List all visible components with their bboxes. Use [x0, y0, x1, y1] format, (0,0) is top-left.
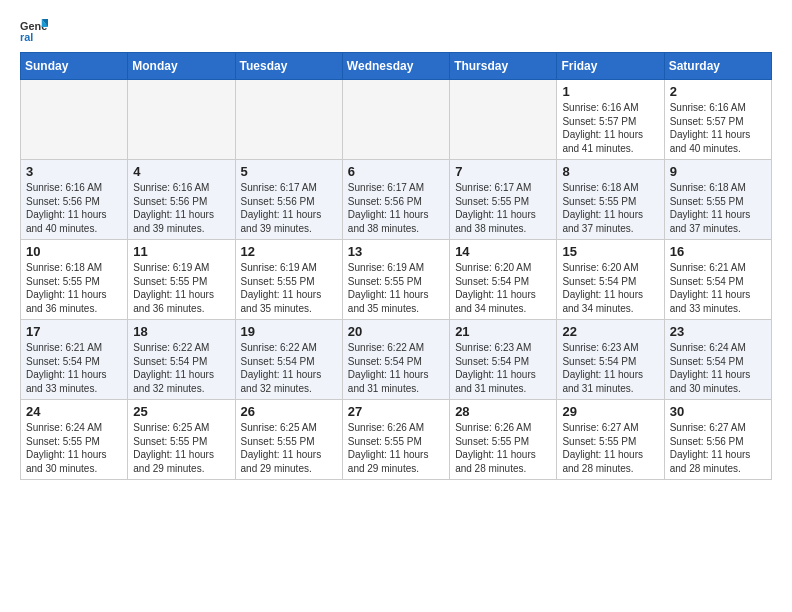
- day-cell: 7Sunrise: 6:17 AM Sunset: 5:55 PM Daylig…: [450, 160, 557, 240]
- calendar-table: SundayMondayTuesdayWednesdayThursdayFrid…: [20, 52, 772, 480]
- day-number: 1: [562, 84, 658, 99]
- day-cell: 9Sunrise: 6:18 AM Sunset: 5:55 PM Daylig…: [664, 160, 771, 240]
- week-row-3: 10Sunrise: 6:18 AM Sunset: 5:55 PM Dayli…: [21, 240, 772, 320]
- weekday-header-row: SundayMondayTuesdayWednesdayThursdayFrid…: [21, 53, 772, 80]
- day-info: Sunrise: 6:22 AM Sunset: 5:54 PM Dayligh…: [241, 341, 337, 395]
- day-number: 25: [133, 404, 229, 419]
- weekday-header-tuesday: Tuesday: [235, 53, 342, 80]
- logo-icon: Gene ral: [20, 16, 48, 44]
- day-cell: 3Sunrise: 6:16 AM Sunset: 5:56 PM Daylig…: [21, 160, 128, 240]
- day-cell: 17Sunrise: 6:21 AM Sunset: 5:54 PM Dayli…: [21, 320, 128, 400]
- day-info: Sunrise: 6:16 AM Sunset: 5:56 PM Dayligh…: [133, 181, 229, 235]
- day-number: 4: [133, 164, 229, 179]
- day-cell: 18Sunrise: 6:22 AM Sunset: 5:54 PM Dayli…: [128, 320, 235, 400]
- day-info: Sunrise: 6:17 AM Sunset: 5:55 PM Dayligh…: [455, 181, 551, 235]
- day-info: Sunrise: 6:20 AM Sunset: 5:54 PM Dayligh…: [455, 261, 551, 315]
- day-number: 5: [241, 164, 337, 179]
- day-number: 10: [26, 244, 122, 259]
- day-number: 14: [455, 244, 551, 259]
- day-number: 9: [670, 164, 766, 179]
- day-cell: 4Sunrise: 6:16 AM Sunset: 5:56 PM Daylig…: [128, 160, 235, 240]
- day-number: 12: [241, 244, 337, 259]
- day-number: 28: [455, 404, 551, 419]
- day-info: Sunrise: 6:18 AM Sunset: 5:55 PM Dayligh…: [562, 181, 658, 235]
- day-number: 15: [562, 244, 658, 259]
- day-number: 21: [455, 324, 551, 339]
- day-info: Sunrise: 6:19 AM Sunset: 5:55 PM Dayligh…: [241, 261, 337, 315]
- calendar-container: SundayMondayTuesdayWednesdayThursdayFrid…: [20, 52, 772, 480]
- day-info: Sunrise: 6:21 AM Sunset: 5:54 PM Dayligh…: [26, 341, 122, 395]
- day-info: Sunrise: 6:19 AM Sunset: 5:55 PM Dayligh…: [348, 261, 444, 315]
- day-number: 17: [26, 324, 122, 339]
- day-info: Sunrise: 6:19 AM Sunset: 5:55 PM Dayligh…: [133, 261, 229, 315]
- day-cell: 30Sunrise: 6:27 AM Sunset: 5:56 PM Dayli…: [664, 400, 771, 480]
- day-info: Sunrise: 6:22 AM Sunset: 5:54 PM Dayligh…: [348, 341, 444, 395]
- day-cell: 27Sunrise: 6:26 AM Sunset: 5:55 PM Dayli…: [342, 400, 449, 480]
- day-cell: 6Sunrise: 6:17 AM Sunset: 5:56 PM Daylig…: [342, 160, 449, 240]
- day-info: Sunrise: 6:16 AM Sunset: 5:56 PM Dayligh…: [26, 181, 122, 235]
- day-cell: 13Sunrise: 6:19 AM Sunset: 5:55 PM Dayli…: [342, 240, 449, 320]
- day-info: Sunrise: 6:17 AM Sunset: 5:56 PM Dayligh…: [241, 181, 337, 235]
- day-cell: [235, 80, 342, 160]
- day-number: 11: [133, 244, 229, 259]
- day-number: 7: [455, 164, 551, 179]
- day-info: Sunrise: 6:18 AM Sunset: 5:55 PM Dayligh…: [670, 181, 766, 235]
- day-cell: [21, 80, 128, 160]
- day-number: 19: [241, 324, 337, 339]
- day-cell: 1Sunrise: 6:16 AM Sunset: 5:57 PM Daylig…: [557, 80, 664, 160]
- weekday-header-thursday: Thursday: [450, 53, 557, 80]
- day-cell: 23Sunrise: 6:24 AM Sunset: 5:54 PM Dayli…: [664, 320, 771, 400]
- day-info: Sunrise: 6:27 AM Sunset: 5:55 PM Dayligh…: [562, 421, 658, 475]
- day-info: Sunrise: 6:25 AM Sunset: 5:55 PM Dayligh…: [133, 421, 229, 475]
- day-info: Sunrise: 6:17 AM Sunset: 5:56 PM Dayligh…: [348, 181, 444, 235]
- day-number: 6: [348, 164, 444, 179]
- page: Gene ral SundayMondayTuesdayWednesdayThu…: [0, 0, 792, 612]
- day-number: 22: [562, 324, 658, 339]
- day-cell: 28Sunrise: 6:26 AM Sunset: 5:55 PM Dayli…: [450, 400, 557, 480]
- day-number: 27: [348, 404, 444, 419]
- day-cell: [450, 80, 557, 160]
- day-info: Sunrise: 6:27 AM Sunset: 5:56 PM Dayligh…: [670, 421, 766, 475]
- logo: Gene ral: [20, 16, 54, 44]
- day-cell: 14Sunrise: 6:20 AM Sunset: 5:54 PM Dayli…: [450, 240, 557, 320]
- day-cell: [128, 80, 235, 160]
- week-row-5: 24Sunrise: 6:24 AM Sunset: 5:55 PM Dayli…: [21, 400, 772, 480]
- day-cell: 25Sunrise: 6:25 AM Sunset: 5:55 PM Dayli…: [128, 400, 235, 480]
- header: Gene ral: [0, 0, 792, 52]
- day-number: 26: [241, 404, 337, 419]
- day-info: Sunrise: 6:22 AM Sunset: 5:54 PM Dayligh…: [133, 341, 229, 395]
- weekday-header-friday: Friday: [557, 53, 664, 80]
- day-number: 8: [562, 164, 658, 179]
- day-number: 30: [670, 404, 766, 419]
- day-number: 13: [348, 244, 444, 259]
- day-number: 2: [670, 84, 766, 99]
- day-cell: 11Sunrise: 6:19 AM Sunset: 5:55 PM Dayli…: [128, 240, 235, 320]
- weekday-header-monday: Monday: [128, 53, 235, 80]
- day-cell: 21Sunrise: 6:23 AM Sunset: 5:54 PM Dayli…: [450, 320, 557, 400]
- day-cell: 2Sunrise: 6:16 AM Sunset: 5:57 PM Daylig…: [664, 80, 771, 160]
- day-number: 18: [133, 324, 229, 339]
- svg-text:ral: ral: [20, 31, 33, 43]
- day-cell: 15Sunrise: 6:20 AM Sunset: 5:54 PM Dayli…: [557, 240, 664, 320]
- day-info: Sunrise: 6:23 AM Sunset: 5:54 PM Dayligh…: [455, 341, 551, 395]
- day-info: Sunrise: 6:24 AM Sunset: 5:55 PM Dayligh…: [26, 421, 122, 475]
- day-info: Sunrise: 6:24 AM Sunset: 5:54 PM Dayligh…: [670, 341, 766, 395]
- day-info: Sunrise: 6:20 AM Sunset: 5:54 PM Dayligh…: [562, 261, 658, 315]
- day-number: 20: [348, 324, 444, 339]
- weekday-header-sunday: Sunday: [21, 53, 128, 80]
- day-cell: 8Sunrise: 6:18 AM Sunset: 5:55 PM Daylig…: [557, 160, 664, 240]
- day-number: 24: [26, 404, 122, 419]
- day-info: Sunrise: 6:26 AM Sunset: 5:55 PM Dayligh…: [348, 421, 444, 475]
- day-number: 29: [562, 404, 658, 419]
- day-cell: 26Sunrise: 6:25 AM Sunset: 5:55 PM Dayli…: [235, 400, 342, 480]
- weekday-header-wednesday: Wednesday: [342, 53, 449, 80]
- day-cell: 19Sunrise: 6:22 AM Sunset: 5:54 PM Dayli…: [235, 320, 342, 400]
- day-cell: [342, 80, 449, 160]
- day-number: 3: [26, 164, 122, 179]
- day-cell: 16Sunrise: 6:21 AM Sunset: 5:54 PM Dayli…: [664, 240, 771, 320]
- day-cell: 20Sunrise: 6:22 AM Sunset: 5:54 PM Dayli…: [342, 320, 449, 400]
- day-info: Sunrise: 6:16 AM Sunset: 5:57 PM Dayligh…: [670, 101, 766, 155]
- day-cell: 24Sunrise: 6:24 AM Sunset: 5:55 PM Dayli…: [21, 400, 128, 480]
- weekday-header-saturday: Saturday: [664, 53, 771, 80]
- day-cell: 29Sunrise: 6:27 AM Sunset: 5:55 PM Dayli…: [557, 400, 664, 480]
